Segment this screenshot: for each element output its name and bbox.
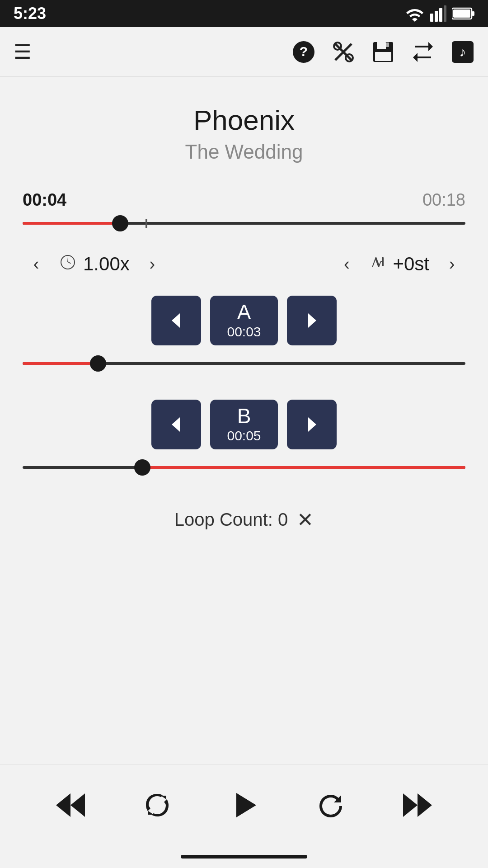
point-a-label: A (237, 302, 251, 322)
svg-rect-3 (444, 5, 446, 22)
fastforward-button[interactable] (397, 785, 438, 826)
speed-decrease-button[interactable]: ‹ (23, 250, 50, 278)
slider-a-thumb[interactable] (90, 355, 106, 372)
slider-b[interactable] (23, 458, 465, 476)
pitch-value: +0st (393, 253, 429, 275)
main-content: Phoenix The Wedding 00:04 00:18 ‹ (0, 77, 488, 764)
svg-marker-27 (148, 811, 154, 815)
loop-button[interactable] (137, 785, 178, 826)
svg-rect-2 (439, 8, 442, 22)
repeat-icon[interactable] (411, 40, 435, 64)
toolbar-right: ? ♪ (292, 40, 474, 64)
point-b-label: B (237, 406, 251, 426)
menu-button[interactable]: ☰ (14, 42, 31, 62)
pitch-icon (369, 254, 386, 275)
signal-icon (430, 5, 446, 22)
svg-marker-20 (172, 313, 180, 328)
slider-b-thumb[interactable] (134, 459, 150, 476)
svg-marker-25 (70, 793, 85, 817)
speed-value: 1.00x (83, 253, 130, 275)
point-a-buttons: A 00:03 (23, 296, 465, 345)
song-info: Phoenix The Wedding (23, 77, 465, 177)
speed-icon (59, 253, 77, 275)
point-b-time: 00:05 (227, 428, 261, 443)
speed-control: ‹ 1.00x › (23, 250, 166, 278)
playback-thumb[interactable] (112, 215, 128, 231)
current-time: 00:04 (23, 190, 66, 210)
point-b-section: B 00:05 (23, 400, 465, 486)
pitch-decrease-button[interactable]: ‹ (333, 250, 360, 278)
song-subtitle: The Wedding (23, 141, 465, 163)
queue-icon[interactable]: ♪ (451, 40, 474, 64)
loop-count-label: Loop Count: 0 (174, 509, 288, 530)
save-icon[interactable] (371, 40, 395, 64)
playback-section: 00:04 00:18 (23, 190, 465, 241)
rewind-button[interactable] (50, 785, 91, 826)
toolbar-left: ☰ (14, 42, 31, 62)
svg-marker-30 (418, 793, 432, 817)
loop-close-button[interactable]: ✕ (297, 508, 314, 531)
playback-slider[interactable] (23, 214, 465, 232)
svg-rect-6 (453, 9, 470, 18)
play-button[interactable] (224, 785, 264, 826)
pitch-control: ‹ +0st › (333, 250, 465, 278)
point-a-button[interactable]: A 00:03 (210, 296, 278, 345)
svg-rect-5 (472, 11, 474, 16)
battery-icon (452, 7, 474, 20)
svg-rect-19 (382, 257, 384, 266)
svg-rect-0 (430, 14, 433, 22)
status-icons (405, 5, 474, 22)
svg-rect-16 (386, 42, 389, 47)
help-icon[interactable]: ? (292, 40, 315, 64)
point-a-next-button[interactable] (287, 296, 337, 345)
slider-a[interactable] (23, 354, 465, 373)
svg-rect-14 (377, 42, 386, 49)
svg-text:?: ? (300, 44, 308, 59)
status-bar: 5:23 (0, 0, 488, 27)
point-b-button[interactable]: B 00:05 (210, 400, 278, 449)
time-labels: 00:04 00:18 (23, 190, 465, 210)
svg-marker-29 (403, 793, 418, 817)
bottom-player (0, 764, 488, 845)
svg-marker-24 (56, 793, 70, 817)
point-a-time: 00:03 (227, 324, 261, 340)
status-time: 5:23 (14, 4, 46, 23)
svg-rect-1 (435, 11, 438, 22)
svg-marker-23 (308, 417, 316, 432)
toolbar: ☰ ? ♪ (0, 27, 488, 77)
home-bar-indicator (181, 855, 307, 859)
point-a-prev-button[interactable] (151, 296, 201, 345)
pitch-increase-button[interactable]: › (438, 250, 465, 278)
song-title: Phoenix (23, 104, 465, 136)
point-b-prev-button[interactable] (151, 400, 201, 449)
svg-rect-15 (375, 52, 391, 61)
svg-marker-22 (172, 417, 180, 432)
wifi-icon (405, 5, 425, 22)
point-a-section: A 00:03 (23, 296, 465, 382)
svg-marker-26 (161, 796, 166, 799)
loop-count-row: Loop Count: 0 ✕ (23, 508, 465, 531)
svg-marker-28 (236, 793, 256, 817)
total-time: 00:18 (422, 190, 465, 210)
svg-text:♪: ♪ (460, 44, 466, 59)
home-bar (0, 845, 488, 868)
controls-row: ‹ 1.00x › ‹ +0st (23, 250, 465, 278)
svg-marker-21 (308, 313, 316, 328)
speed-increase-button[interactable]: › (139, 250, 166, 278)
point-b-next-button[interactable] (287, 400, 337, 449)
scissors-icon[interactable] (332, 40, 355, 64)
point-b-buttons: B 00:05 (23, 400, 465, 449)
replay-button[interactable] (310, 785, 351, 826)
